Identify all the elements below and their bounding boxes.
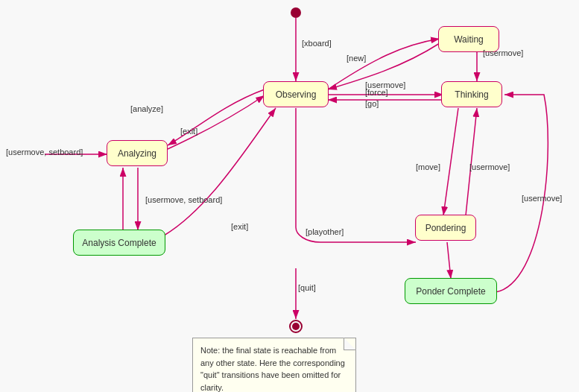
note-box: Note: the final state is reachable from … [192, 338, 356, 392]
label-usermove-pondering: [usermove] [469, 162, 510, 171]
label-exit-ac: [exit] [231, 222, 248, 231]
state-ponder-complete-label: Ponder Complete [416, 286, 485, 297]
state-analyzing-label: Analyzing [118, 148, 156, 159]
state-observing: Observing [263, 81, 329, 107]
label-usermove-right: [usermove] [522, 194, 562, 203]
diagram-container: Waiting Observing Thinking Analyzing Ana… [0, 0, 579, 392]
label-new: [new] [347, 54, 366, 63]
label-go: [go] [365, 99, 379, 108]
state-analysis-complete-label: Analysis Complete [82, 238, 156, 248]
svg-line-10 [447, 242, 451, 279]
label-usermove-setboard-left: [usermove, setboard] [6, 148, 83, 157]
label-xboard: [xboard] [302, 39, 332, 48]
state-pondering-label: Pondering [425, 223, 466, 233]
label-usermove-thinking-wait: [usermove] [483, 48, 523, 57]
label-exit-analyzing: [exit] [180, 127, 197, 136]
arrows-svg [0, 0, 579, 392]
state-thinking-label: Thinking [455, 89, 488, 100]
state-thinking: Thinking [441, 81, 502, 107]
label-force: [force] [365, 88, 388, 97]
note-text: Note: the final state is reachable from … [200, 346, 345, 392]
state-observing-label: Observing [276, 89, 317, 100]
label-quit: [quit] [298, 283, 316, 292]
svg-line-9 [466, 108, 477, 215]
svg-line-8 [443, 108, 458, 215]
state-ponder-complete: Ponder Complete [405, 278, 497, 304]
final-state [289, 320, 303, 333]
final-state-inner [292, 323, 300, 330]
state-analyzing: Analyzing [107, 140, 168, 166]
label-usermove-setboard-down: [usermove, setboard] [145, 195, 222, 204]
initial-state [291, 7, 301, 18]
state-analysis-complete: Analysis Complete [73, 230, 165, 256]
state-pondering: Pondering [415, 215, 476, 241]
label-playother: [playother] [306, 227, 344, 236]
state-waiting-label: Waiting [454, 34, 484, 45]
label-analyze: [analyze] [130, 104, 163, 113]
label-move: [move] [416, 162, 440, 171]
